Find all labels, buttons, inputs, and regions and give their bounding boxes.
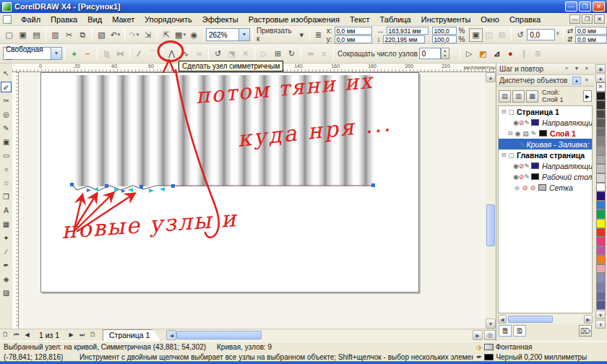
palette-swatch[interactable] [596, 292, 606, 301]
palette-swatch[interactable] [596, 92, 606, 101]
menu-0[interactable]: Файл [16, 14, 46, 25]
zoom-combobox[interactable]: 262%▼ [206, 28, 250, 41]
undo-button[interactable]: ↶▾ [108, 28, 122, 42]
break-node-button[interactable]: ⧓ [113, 47, 127, 61]
palette-scroll-up-icon[interactable]: ▲ [595, 74, 606, 82]
expand-icon[interactable]: » [562, 65, 571, 73]
add-node-button[interactable]: ＋ [67, 47, 81, 61]
delete-node-button[interactable]: － [81, 47, 95, 61]
to-line-button[interactable]: ∕ [132, 47, 146, 61]
chevron-down-icon[interactable]: ▾ [296, 28, 306, 42]
palette-swatch[interactable] [596, 246, 606, 256]
fill-swatch[interactable] [484, 344, 494, 350]
text-tool[interactable]: A [1, 205, 12, 216]
menu-3[interactable]: Макет [107, 14, 139, 25]
add-page-after-icon[interactable]: 🗋 [87, 330, 98, 340]
menu-5[interactable]: Эффекты [197, 14, 244, 25]
new-document-button[interactable]: ▢ [2, 28, 16, 42]
page-tab[interactable]: Страница 1 [103, 329, 160, 341]
scale-x-field[interactable]: 100,0 [432, 27, 457, 35]
menu-6[interactable]: Растровые изображения [244, 14, 345, 25]
import-button[interactable]: ⇲ [141, 28, 155, 42]
palette-swatch[interactable] [596, 128, 606, 137]
palette-swatch[interactable] [596, 282, 606, 292]
selected-curve-object[interactable] [72, 75, 374, 186]
tree-row-guides-master[interactable]: ◉⊘✎Направляющие [499, 160, 592, 171]
docker-scroll-thumb[interactable] [508, 316, 553, 323]
last-page-icon[interactable]: ⏭ [77, 330, 87, 340]
skew-y-field[interactable]: 0,0 мм [575, 35, 607, 43]
collapse-icon[interactable]: ▲ [572, 77, 581, 84]
docker-horizontal-scrollbar[interactable]: ◀ ▶ [498, 315, 593, 324]
palette-swatch[interactable] [596, 164, 606, 173]
reverse-direction-button[interactable]: ↺ [211, 47, 225, 61]
reduce-nodes-stepper[interactable]: ▲▼ [441, 48, 449, 59]
first-page-icon[interactable]: ⏮ [11, 330, 22, 340]
cut-button[interactable]: ✂ [62, 28, 76, 42]
scroll-left-icon[interactable]: ◀ [166, 330, 176, 340]
extract-subpath-button[interactable]: ✕ [238, 47, 252, 61]
lock-ratio-button[interactable]: ▣ [469, 28, 482, 42]
options-icon[interactable]: ≣ [312, 28, 325, 42]
horizontal-scrollbar[interactable]: ◀ ▶ [166, 330, 483, 340]
vertical-ruler[interactable] [12, 72, 19, 329]
open-button[interactable]: ▣ [16, 28, 30, 42]
delete-button[interactable]: ⌦ [579, 325, 592, 337]
preset-combobox[interactable]: Свободная ...▼ [3, 47, 62, 60]
select-all-nodes-button[interactable]: ◩ [476, 47, 490, 61]
skew-x-field[interactable]: 0,0 мм [575, 27, 607, 35]
menu-1[interactable]: Правка [46, 14, 82, 25]
edit-across-layers-button[interactable]: ▥ [512, 90, 525, 103]
close-curve-button[interactable]: ▷ [257, 47, 271, 61]
palette-swatch[interactable] [596, 228, 606, 238]
close-button[interactable]: ✕ [593, 1, 605, 12]
cusp-node-button[interactable]: ⋀ [165, 47, 178, 61]
mdi-restore-button[interactable]: ❐ [582, 14, 593, 24]
add-page-before-icon[interactable]: 🗋 [0, 330, 11, 340]
menu-4[interactable]: Упорядочить [139, 14, 197, 25]
scroll-up-icon[interactable]: ▲ [486, 72, 496, 82]
join-nodes-button[interactable]: ⧎ [100, 47, 113, 61]
crop-tool[interactable]: ✂ [1, 95, 12, 106]
palette-swatch[interactable] [596, 237, 606, 246]
print-button[interactable]: ▥ [48, 28, 62, 42]
freehand-tool[interactable]: ✎ [1, 123, 12, 134]
copy-button[interactable]: ⧉ [76, 28, 90, 42]
docker-flyout-button[interactable]: ▶ [583, 90, 592, 102]
palette-swatch[interactable] [596, 173, 606, 183]
y-position-field[interactable]: 0,0 мм [335, 35, 372, 43]
palette-swatch[interactable] [596, 219, 606, 228]
scroll-right-icon[interactable]: ▶ [473, 330, 483, 340]
object-manager-docker-title[interactable]: Диспетчер объектов ▲ ✕ [496, 75, 594, 87]
expander-icon[interactable]: ⊟ [507, 130, 514, 136]
tree-row-grid[interactable]: ◉⊘⊘Сетка [499, 182, 592, 193]
palette-expand-button[interactable]: ⏴ [595, 320, 606, 329]
extend-close-button[interactable]: ⬔ [225, 47, 238, 61]
menu-7[interactable]: Текст [345, 14, 375, 25]
object-height-field[interactable]: 220,195 мм [383, 35, 425, 43]
next-page-icon[interactable]: ▶ [66, 330, 77, 340]
tree-row-desktop[interactable]: ◉⊘✎Рабочий стол [499, 171, 592, 182]
polygon-tool[interactable]: ☆ [1, 178, 12, 188]
scale-y-field[interactable]: 100,0 [432, 35, 457, 43]
close-icon[interactable]: ✕ [582, 77, 591, 84]
tree-row-curve-object[interactable]: ∿Кривая - Заливка: Ф [499, 139, 592, 150]
new-layer-button[interactable]: 🖺 [499, 325, 512, 337]
tree-row-page-1[interactable]: ⊟▢Страница 1 [499, 106, 592, 117]
eyedropper-tool[interactable]: ∕ [1, 246, 12, 257]
mdi-minimize-button[interactable]: — [569, 14, 580, 24]
mirror-horizontal-button[interactable]: ◫ [483, 28, 496, 42]
palette-swatch[interactable] [596, 191, 606, 201]
menu-10[interactable]: Окно [475, 14, 504, 25]
export-button[interactable]: ⇱ [160, 28, 173, 42]
drawing-canvas[interactable] [19, 72, 486, 329]
rotation-field[interactable]: 0,0 [527, 29, 554, 40]
tree-row-layer-1[interactable]: ⊟◉▤✎Слой 1 [499, 128, 592, 139]
palette-swatch[interactable] [596, 137, 606, 147]
curve-smoothness-button[interactable]: ⊿ [490, 47, 504, 61]
application-launcher-button[interactable]: ▦▾ [173, 28, 187, 42]
table-tool[interactable]: ▦ [1, 219, 12, 230]
palette-swatch[interactable] [596, 110, 606, 119]
pause-button[interactable]: ∥ [517, 47, 531, 61]
paste-button[interactable]: ▧ [95, 28, 108, 42]
